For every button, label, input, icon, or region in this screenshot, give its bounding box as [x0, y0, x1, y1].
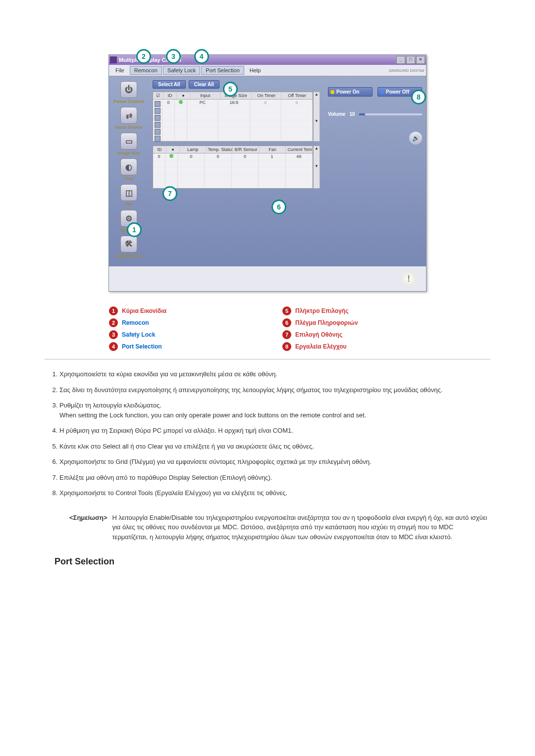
- sidebar-image-size[interactable]: ▭Image Size: [109, 133, 149, 155]
- callout-5: 5: [223, 82, 238, 97]
- dot-icon: [330, 90, 334, 94]
- callout-3: 3: [166, 49, 181, 64]
- cell-lamp: 0: [178, 153, 205, 160]
- legend-bullet: 2: [109, 318, 118, 327]
- legend-text: Safety Lock: [122, 331, 155, 338]
- legend-text: Κύρια Εικονίδια: [122, 307, 166, 314]
- control-tools-panel: Power On Power Off Volume 10 🔊: [324, 76, 426, 266]
- select-all-button[interactable]: Select All: [153, 80, 186, 89]
- legend-text: Πλήκτρο Επιλογής: [295, 307, 348, 314]
- speaker-icon[interactable]: 🔊: [409, 132, 422, 145]
- note-item: Χρησιμοποιείστε τα κύρια εικονίδια για ν…: [59, 369, 490, 379]
- cell-id: 0: [162, 100, 175, 106]
- note-item: Χρησιμοποιήστε το Control Tools (Εργαλεί…: [59, 488, 490, 498]
- menu-remocon[interactable]: Remocon: [130, 66, 162, 75]
- menu-help[interactable]: Help: [245, 66, 266, 75]
- sidebar-pip[interactable]: ◫PIP: [109, 184, 149, 207]
- note-block: <Σημείωση> Η λειτουργία Enable/Disable τ…: [69, 513, 490, 542]
- cell-status: [165, 153, 178, 160]
- sidebar-item-label: PIP: [125, 202, 133, 207]
- grid-row[interactable]: 0 PC 16:9 ○ ○: [153, 100, 313, 106]
- info-grid-bottom: ID ● Lamp Temp. Status B/R Sensor Fan Cu…: [153, 146, 313, 189]
- power-on-button[interactable]: Power On: [328, 87, 373, 97]
- note-label: <Σημείωση>: [69, 513, 107, 542]
- grid2-header-id: ID: [153, 146, 166, 153]
- callout-1: 1: [127, 222, 142, 237]
- sidebar-item-label: Input Source: [115, 125, 142, 130]
- time-icon: ◐: [120, 158, 137, 175]
- brand-label: SAMSUNG DIGITall: [389, 68, 424, 73]
- legend-bullet: 7: [282, 330, 291, 339]
- scrollbar[interactable]: ▲▼: [313, 146, 320, 189]
- cell-status: [175, 100, 187, 106]
- grid2-header-br-sensor: B/R Sensor: [233, 146, 260, 153]
- cell-fan: 1: [259, 153, 285, 160]
- cell-off-timer: ○: [281, 100, 313, 106]
- grid-header-id: ID: [163, 92, 177, 99]
- sidebar-item-label: Image Size: [117, 151, 141, 155]
- volume-slider[interactable]: [359, 113, 422, 115]
- divider: [45, 359, 490, 359]
- menubar: File Remocon Safety Lock Port Selection …: [109, 65, 426, 76]
- callout-8: 8: [411, 90, 426, 104]
- cell-on-timer: ○: [250, 100, 281, 106]
- sidebar-item-label: Maintenance: [115, 253, 143, 258]
- grid2-header-status: ●: [166, 146, 180, 153]
- grid-header-status: ●: [177, 92, 190, 99]
- clear-all-button[interactable]: Clear All: [189, 80, 219, 89]
- grid-header-checkbox: ☑: [153, 92, 163, 99]
- statusbar: !: [109, 266, 426, 291]
- callout-7: 7: [162, 186, 177, 201]
- legend-text: Πλέγμα Πληροφοριών: [295, 319, 358, 326]
- grid-row[interactable]: 0 0 0 0 1 49: [153, 153, 313, 160]
- legend-bullet: 4: [109, 342, 118, 351]
- sidebar-maintenance[interactable]: 🛠Maintenance: [109, 236, 149, 258]
- dot-icon: [380, 90, 384, 94]
- legend-text: Εργαλεία Ελέγχου: [295, 343, 346, 350]
- numbered-notes: Χρησιμοποιείστε τα κύρια εικονίδια για ν…: [59, 369, 490, 498]
- menu-file[interactable]: File: [111, 66, 129, 75]
- power-off-label: Power Off: [386, 89, 409, 95]
- maximize-button[interactable]: □: [406, 56, 415, 64]
- callout-2: 2: [136, 49, 151, 64]
- scrollbar[interactable]: ▲▼: [313, 92, 320, 142]
- legend-bullet: 5: [282, 306, 291, 315]
- grid-header-on-timer: On Timer: [252, 92, 282, 99]
- legend-bullet: 8: [282, 342, 291, 351]
- callout-6: 6: [271, 200, 286, 214]
- input-icon: ⇄: [120, 107, 137, 124]
- pip-icon: ◫: [120, 184, 137, 201]
- grid2-header-lamp: Lamp: [180, 146, 207, 153]
- legend: 1Κύρια Εικονίδια 2Remocon 3Safety Lock 4…: [84, 306, 451, 354]
- legend-bullet: 1: [109, 306, 118, 315]
- legend-text: Επιλογή Οθόνης: [295, 331, 342, 338]
- legend-text: Remocon: [122, 319, 149, 326]
- mdc-app-window: 2 3 4 5 8 6 7 1 Multiple Display Control…: [108, 54, 427, 292]
- legend-bullet: 3: [109, 330, 118, 339]
- sidebar-power-control[interactable]: ⏻Power Control: [109, 81, 149, 104]
- minimize-button[interactable]: _: [396, 56, 405, 64]
- cell-id: 0: [153, 153, 165, 160]
- power-icon: ⏻: [120, 81, 137, 98]
- note-item: Χρησιμοποιήστε το Grid (Πλέγμα) για να ε…: [59, 457, 490, 467]
- legend-bullet: 6: [282, 318, 291, 327]
- menu-safety-lock[interactable]: Safety Lock: [163, 66, 200, 75]
- main-icons-sidebar: ⏻Power Control ⇄Input Source ▭Image Size…: [109, 76, 149, 266]
- warning-icon: !: [401, 271, 416, 286]
- callout-4: 4: [194, 49, 209, 64]
- note-item: Η ρύθμιση για τη Σειριακή Θύρα PC μπορεί…: [59, 426, 490, 436]
- menu-port-selection[interactable]: Port Selection: [201, 66, 244, 75]
- window-title: Multiple Display Control: [119, 57, 396, 63]
- grid-header-input: Input: [190, 92, 221, 99]
- cell-input: PC: [187, 100, 218, 106]
- sidebar-input-source[interactable]: ⇄Input Source: [109, 107, 149, 130]
- sidebar-item-label: Power Control: [113, 99, 144, 104]
- maintenance-icon: 🛠: [120, 236, 137, 252]
- sidebar-time[interactable]: ◐Time: [109, 158, 149, 181]
- legend-text: Port Selection: [122, 343, 162, 350]
- section-title: Port Selection: [54, 556, 481, 567]
- close-button[interactable]: ×: [416, 56, 425, 64]
- note-item: Κάντε κλικ στο Select all ή στο Clear γι…: [59, 442, 490, 452]
- cell-current-temp: 49: [286, 153, 313, 160]
- window-titlebar: Multiple Display Control _ □ ×: [109, 55, 426, 65]
